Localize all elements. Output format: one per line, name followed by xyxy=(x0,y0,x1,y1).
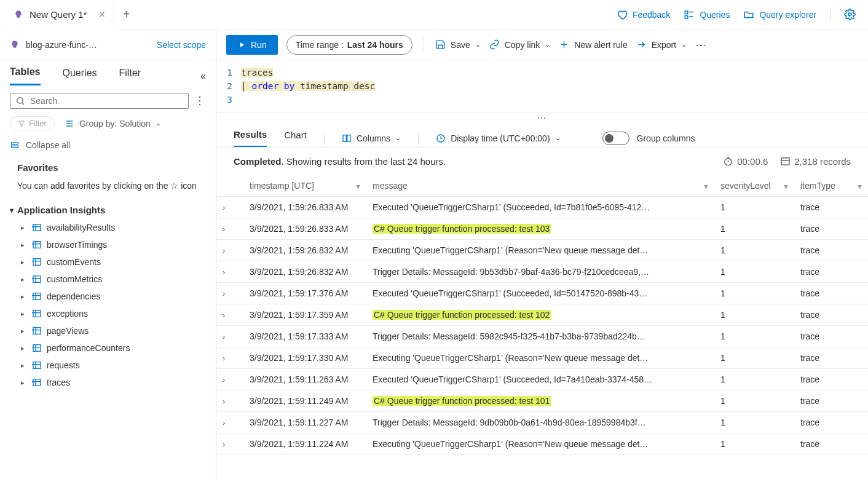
more-icon[interactable]: ⋯ xyxy=(695,38,706,52)
timerange-picker[interactable]: Time range : Last 24 hours xyxy=(286,35,412,55)
chevron-right-icon[interactable]: › xyxy=(223,397,225,406)
copylink-button[interactable]: Copy link ⌄ xyxy=(489,39,551,50)
cell-timestamp: 3/9/2021, 1:59:11.227 AM xyxy=(243,412,366,433)
table-row[interactable]: ›3/9/2021, 1:59:17.376 AMExecuted 'Queue… xyxy=(216,283,868,304)
query-editor[interactable]: 1traces 2| order by timestamp desc 3 xyxy=(216,60,868,113)
cell-timestamp: 3/9/2021, 1:59:26.832 AM xyxy=(243,261,366,283)
table-row[interactable]: ›3/9/2021, 1:59:26.833 AMExecuted 'Queue… xyxy=(216,197,868,218)
query-tab[interactable]: New Query 1* × xyxy=(5,0,114,30)
chevron-right-icon[interactable]: › xyxy=(223,267,225,277)
columns-button[interactable]: Columns ⌄ xyxy=(342,133,401,143)
table-row[interactable]: ›3/9/2021, 1:59:11.227 AMTrigger Details… xyxy=(216,412,868,433)
filter-button[interactable]: Filter xyxy=(10,116,55,130)
funnel-icon[interactable]: ▾ xyxy=(858,181,862,191)
feedback-link[interactable]: Feedback xyxy=(617,9,670,20)
table-row[interactable]: ›3/9/2021, 1:59:11.263 AMExecuted 'Queue… xyxy=(216,369,868,390)
list-icon xyxy=(684,9,695,20)
tab-tables[interactable]: Tables xyxy=(10,66,41,85)
topbar-actions: Feedback Queries Query explorer xyxy=(617,8,863,22)
more-icon[interactable]: ⋯ xyxy=(194,95,207,106)
chevron-right-icon[interactable]: › xyxy=(223,440,225,449)
table-item[interactable]: ▸exceptions xyxy=(0,305,216,322)
chevron-right-icon[interactable]: › xyxy=(223,375,225,384)
search-field[interactable] xyxy=(30,96,183,106)
svg-rect-12 xyxy=(33,224,41,231)
columns-icon xyxy=(342,133,352,143)
table-row[interactable]: ›3/9/2021, 1:59:26.832 AMTrigger Details… xyxy=(216,261,868,283)
tab-chart[interactable]: Chart xyxy=(284,130,307,146)
search-input[interactable] xyxy=(10,93,189,109)
col-timestamp[interactable]: timestamp [UTC]▾ xyxy=(243,175,366,197)
cell-itemtype: trace xyxy=(794,218,868,240)
chevron-right-icon[interactable]: › xyxy=(223,311,225,320)
tab-queries[interactable]: Queries xyxy=(63,68,97,85)
tab-filter[interactable]: Filter xyxy=(119,68,141,85)
funnel-icon[interactable]: ▾ xyxy=(784,181,788,191)
chevron-right-icon[interactable]: › xyxy=(223,224,225,234)
splitter-handle[interactable]: ⋯ xyxy=(216,113,868,123)
newalert-button[interactable]: New alert rule xyxy=(559,39,627,50)
cell-severity: 1 xyxy=(714,390,794,412)
table-row[interactable]: ›3/9/2021, 1:59:17.333 AMTrigger Details… xyxy=(216,326,868,347)
displaytime-button[interactable]: Display time (UTC+00:00) ⌄ xyxy=(436,133,560,143)
groupby-button[interactable]: Group by: Solution ⌄ xyxy=(65,119,161,129)
col-message[interactable]: message▾ xyxy=(366,175,714,197)
funnel-icon[interactable]: ▾ xyxy=(356,181,360,191)
svg-rect-33 xyxy=(33,345,41,352)
run-button[interactable]: Run xyxy=(226,35,278,55)
query-explorer-link[interactable]: Query explorer xyxy=(743,9,816,20)
col-itemtype[interactable]: itemType▾ xyxy=(794,175,868,197)
col-severity[interactable]: severityLevel▾ xyxy=(714,175,794,197)
close-icon[interactable]: × xyxy=(99,9,105,20)
table-item[interactable]: ▸browserTimings xyxy=(0,236,216,253)
table-item[interactable]: ▸traces xyxy=(0,374,216,391)
table-header-row: timestamp [UTC]▾ message▾ severityLevel▾… xyxy=(216,175,868,197)
collapse-sidebar-icon[interactable]: « xyxy=(200,71,206,82)
table-row[interactable]: ›3/9/2021, 1:59:11.249 AMC# Queue trigge… xyxy=(216,390,868,412)
chevron-right-icon[interactable]: › xyxy=(223,289,225,298)
table-icon xyxy=(32,240,42,250)
table-item[interactable]: ▸performanceCounters xyxy=(0,339,216,357)
table-item[interactable]: ▸availabilityResults xyxy=(0,219,216,236)
caret-right-icon: ▸ xyxy=(21,275,27,283)
gear-icon[interactable] xyxy=(844,9,856,20)
table-row[interactable]: ›3/9/2021, 1:59:26.833 AMC# Queue trigge… xyxy=(216,218,868,240)
tab-results[interactable]: Results xyxy=(234,129,267,147)
cell-severity: 1 xyxy=(714,369,794,390)
funnel-icon[interactable]: ▾ xyxy=(704,181,708,191)
table-item[interactable]: ▸pageViews xyxy=(0,322,216,339)
table-row[interactable]: ›3/9/2021, 1:59:17.330 AMExecuting 'Queu… xyxy=(216,347,868,369)
table-item[interactable]: ▸dependencies xyxy=(0,288,216,305)
export-button[interactable]: Export ⌄ xyxy=(636,39,687,50)
svg-rect-27 xyxy=(33,311,41,317)
chevron-right-icon[interactable]: › xyxy=(223,354,225,363)
stopwatch-icon xyxy=(723,156,733,167)
queries-link[interactable]: Queries xyxy=(684,9,730,20)
section-application-insights[interactable]: ▾ Application Insights xyxy=(0,201,216,219)
collapse-all-button[interactable]: Collapse all xyxy=(0,137,216,154)
chevron-right-icon[interactable]: › xyxy=(223,203,225,212)
add-tab-button[interactable]: + xyxy=(114,7,139,22)
cell-itemtype: trace xyxy=(794,304,868,326)
chevron-right-icon[interactable]: › xyxy=(223,332,225,341)
group-columns-toggle[interactable] xyxy=(602,132,629,145)
table-item[interactable]: ▸customEvents xyxy=(0,253,216,271)
chevron-right-icon[interactable]: › xyxy=(223,246,225,255)
clock-icon xyxy=(436,133,446,143)
link-icon xyxy=(489,39,500,50)
table-item[interactable]: ▸customMetrics xyxy=(0,271,216,288)
table-row[interactable]: ›3/9/2021, 1:59:11.224 AMExecuting 'Queu… xyxy=(216,433,868,455)
group-columns-label: Group columns xyxy=(637,133,695,143)
select-scope-link[interactable]: Select scope xyxy=(157,40,206,50)
save-button[interactable]: Save ⌄ xyxy=(435,39,481,50)
cell-severity: 1 xyxy=(714,218,794,240)
svg-rect-36 xyxy=(33,362,41,369)
cell-timestamp: 3/9/2021, 1:59:11.263 AM xyxy=(243,369,366,390)
table-item[interactable]: ▸requests xyxy=(0,357,216,374)
chevron-right-icon[interactable]: › xyxy=(223,418,225,427)
table-row[interactable]: ›3/9/2021, 1:59:26.832 AMExecuting 'Queu… xyxy=(216,240,868,261)
tables-list: ▸availabilityResults▸browserTimings▸cust… xyxy=(0,219,216,391)
cell-timestamp: 3/9/2021, 1:59:11.249 AM xyxy=(243,390,366,412)
table-row[interactable]: ›3/9/2021, 1:59:17.359 AMC# Queue trigge… xyxy=(216,304,868,326)
cell-timestamp: 3/9/2021, 1:59:26.833 AM xyxy=(243,218,366,240)
